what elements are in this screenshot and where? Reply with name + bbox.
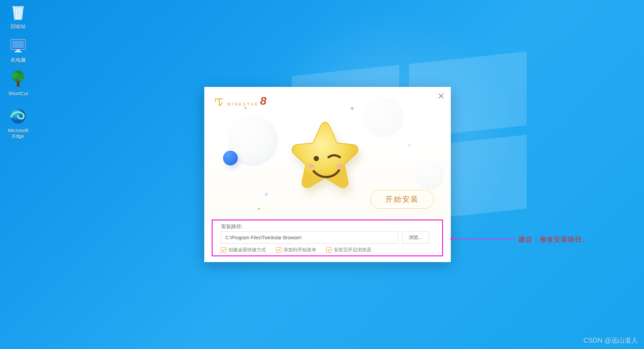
checkbox-icon <box>326 247 332 253</box>
svg-rect-1 <box>12 41 24 48</box>
desktop-icon-label: 回收站 <box>1 23 36 30</box>
edge-icon <box>8 106 28 126</box>
decor-sphere <box>415 161 444 190</box>
desktop-icon-label: ShortCut <box>1 91 36 96</box>
decor-dot <box>245 107 247 109</box>
tree-icon <box>8 69 28 89</box>
desktop-icon-shortcut[interactable]: ShortCut <box>1 69 36 96</box>
desktop-icon-this-pc[interactable]: 此电脑 <box>1 36 36 63</box>
checkbox-label: 创建桌面快捷方式 <box>228 247 266 253</box>
desktop: 回收站 此电脑 ShortCut Microsoft Edge WINKSTAR… <box>0 0 644 349</box>
install-button-label: 开始安装 <box>385 194 419 204</box>
browse-button-label: 浏览... <box>409 235 422 240</box>
svg-rect-3 <box>16 49 20 51</box>
installer-window: WINKSTAR 8 <box>204 87 451 262</box>
decor-sphere <box>364 97 404 137</box>
decor-dot <box>409 144 411 146</box>
install-path-label: 安装路径: <box>221 223 243 230</box>
svg-rect-7 <box>17 81 19 87</box>
svg-rect-2 <box>15 51 21 52</box>
browse-button[interactable]: 浏览... <box>402 232 429 244</box>
install-button[interactable]: 开始安装 <box>370 190 434 209</box>
install-path-input[interactable] <box>221 232 398 244</box>
installer-hero: WINKSTAR 8 <box>204 87 451 219</box>
decor-dot <box>258 208 260 210</box>
this-pc-icon <box>8 36 28 56</box>
desktop-icon-edge[interactable]: Microsoft Edge <box>1 106 36 139</box>
checkbox-label: 安装完开启浏览器 <box>334 247 371 253</box>
svg-point-9 <box>314 156 319 161</box>
annotation-arrow-icon <box>451 239 515 239</box>
brand-text: WINKSTAR <box>227 102 259 107</box>
checkbox-start-menu[interactable]: 添加到开始菜单 <box>276 247 316 253</box>
desktop-icon-recycle-bin[interactable]: 回收站 <box>1 2 36 30</box>
decor-dot <box>351 107 354 110</box>
brand-version: 8 <box>260 94 266 107</box>
svg-point-11 <box>336 164 343 168</box>
twinkstar-logo: WINKSTAR 8 <box>214 94 266 107</box>
checkbox-icon <box>221 247 226 253</box>
desktop-icon-label: 此电脑 <box>1 57 36 63</box>
svg-point-10 <box>308 164 315 168</box>
install-settings-panel: 安装路径: 浏览... 创建桌面快捷方式 添加到开始菜单 安装完开启浏览器 <box>204 219 451 262</box>
watermark: CSDN @远山道人 <box>583 336 638 345</box>
checkbox-desktop-shortcut[interactable]: 创建桌面快捷方式 <box>221 247 266 253</box>
annotation-text: 建议：修改安装路径。 <box>519 235 589 244</box>
checkbox-launch-after-install[interactable]: 安装完开启浏览器 <box>326 247 371 253</box>
desktop-icon-label: Microsoft Edge <box>1 128 36 139</box>
decor-sphere <box>223 151 238 165</box>
checkbox-icon <box>276 247 281 253</box>
decor-dot <box>265 193 268 196</box>
checkbox-label: 添加到开始菜单 <box>283 247 316 253</box>
recycle-bin-icon <box>8 2 28 22</box>
close-button[interactable] <box>437 92 445 100</box>
svg-point-6 <box>17 73 24 81</box>
close-icon <box>437 92 445 100</box>
star-mascot-icon <box>281 117 369 204</box>
